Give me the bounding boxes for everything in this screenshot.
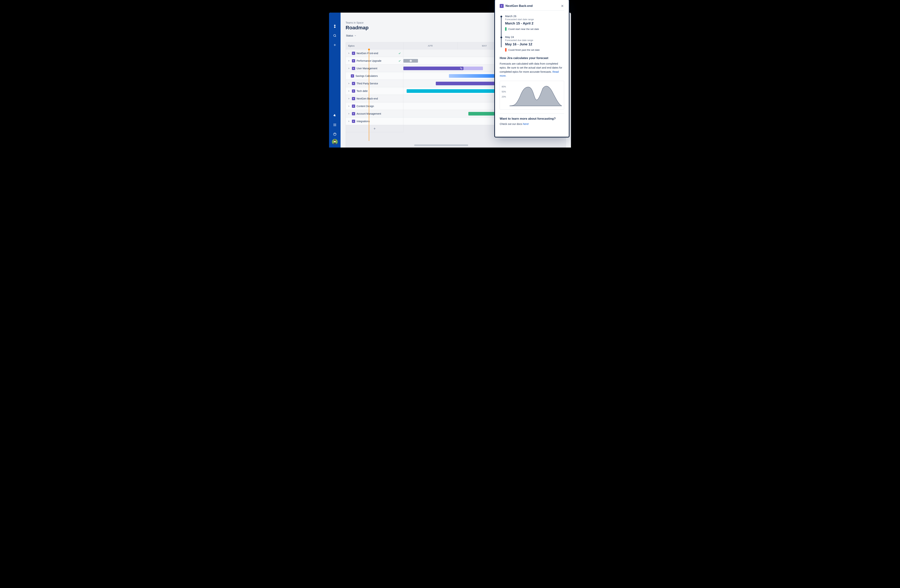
epic-bar[interactable] <box>449 74 501 78</box>
expand-icon[interactable] <box>347 112 351 115</box>
expand-icon[interactable] <box>347 105 351 108</box>
epic-label[interactable]: Third Party Service <box>346 80 403 87</box>
set-start-date: March 26 <box>505 15 564 18</box>
svg-rect-4 <box>334 125 334 125</box>
svg-rect-1 <box>334 124 334 124</box>
help-icon[interactable] <box>331 131 338 138</box>
done-badge-icon <box>410 60 412 62</box>
avatar[interactable] <box>332 139 338 145</box>
epic-bar-forecast[interactable] <box>464 67 483 70</box>
docs-link[interactable]: here! <box>523 122 529 125</box>
epic-name: Savings Calculators <box>355 74 378 77</box>
forecast-panel: NextGen Back-end March 26 Forecasted sta… <box>495 0 569 137</box>
svg-rect-14 <box>460 68 461 68</box>
epic-bar[interactable] <box>403 67 464 70</box>
today-marker <box>369 50 369 141</box>
learn-more-body: Check out our docs here! <box>500 122 564 126</box>
epic-icon <box>352 82 355 85</box>
search-icon[interactable] <box>331 32 338 39</box>
epic-label[interactable]: Account Management <box>346 110 403 117</box>
expand-icon[interactable] <box>347 59 351 62</box>
epic-label[interactable]: Integrations <box>346 118 403 125</box>
epic-label[interactable]: Tech debt <box>346 87 403 94</box>
expand-icon[interactable] <box>347 120 351 123</box>
forecast-start-status: Could start near the set date <box>508 28 539 30</box>
add-epic-button[interactable] <box>346 125 403 132</box>
y-tick: 80% <box>502 84 506 89</box>
forecast-distribution-chart: 80% 50% 20% <box>500 81 564 110</box>
children-icon <box>460 67 462 70</box>
epic-name: Third Party Service <box>357 82 378 85</box>
epic-label[interactable]: Performance Upgrade <box>346 57 403 64</box>
global-sidebar <box>329 12 341 147</box>
forecast-due-status: Could finish past the set date <box>508 49 540 51</box>
done-check-icon <box>398 52 401 55</box>
forecast-start-range: March 15 - April 2 <box>505 22 564 25</box>
svg-rect-2 <box>335 124 335 124</box>
epic-label[interactable]: Savings Calculators <box>346 72 403 79</box>
month-header: APR <box>403 42 458 49</box>
epic-icon <box>500 4 504 8</box>
app-switcher-icon[interactable] <box>331 121 338 128</box>
epic-icon <box>351 74 354 77</box>
close-icon[interactable] <box>560 4 564 8</box>
svg-rect-3 <box>335 124 336 124</box>
epic-icon <box>352 105 355 108</box>
epic-icon <box>352 120 355 123</box>
epic-icon <box>352 59 355 62</box>
epic-icon <box>352 90 355 93</box>
filter-label: Status <box>346 34 353 37</box>
jira-logo-icon[interactable] <box>331 23 338 30</box>
epics-column-header: Epics <box>346 42 403 49</box>
forecast-due-range: May 16 - June 12 <box>505 42 564 46</box>
epic-name: Content Design <box>357 105 374 108</box>
svg-point-0 <box>334 34 336 37</box>
epic-icon <box>352 67 355 70</box>
forecast-label: Forecasted due date range <box>505 39 564 42</box>
plus-icon <box>373 127 376 130</box>
epic-icon <box>352 112 355 115</box>
expand-icon[interactable] <box>347 82 351 85</box>
forecast-due: May 24 Forecasted due date range May 16 … <box>500 36 564 52</box>
svg-rect-5 <box>335 125 335 125</box>
expand-icon[interactable] <box>347 67 351 70</box>
svg-rect-6 <box>335 125 336 125</box>
epic-bar[interactable] <box>403 59 418 63</box>
svg-rect-7 <box>334 125 334 126</box>
svg-rect-15 <box>461 68 462 69</box>
horizontal-scrollbar[interactable] <box>414 144 468 146</box>
chevron-down-icon <box>354 34 356 37</box>
epic-label[interactable]: NextGen Back-end <box>346 95 403 102</box>
epic-label[interactable]: NextGen Front-end <box>346 50 403 57</box>
expand-icon[interactable] <box>347 97 351 100</box>
epic-icon <box>352 52 355 55</box>
rocket-icon[interactable] <box>331 112 338 119</box>
forecast-label: Forecasted start date range <box>505 18 564 21</box>
status-pill-risk <box>505 48 506 52</box>
status-pill-ok <box>505 27 506 31</box>
epic-name: Integrations <box>357 120 370 123</box>
forecast-timeline: March 26 Forecasted start date range Mar… <box>500 15 564 52</box>
epic-name: User Management <box>357 67 377 70</box>
epic-icon <box>352 97 355 100</box>
epic-name: NextGen Back-end <box>357 97 378 100</box>
how-body: Forecasts are calculated with data from … <box>500 62 564 78</box>
epic-name: NextGen Front-end <box>357 52 378 55</box>
divider <box>500 113 564 114</box>
svg-rect-8 <box>335 125 335 126</box>
epic-label[interactable]: Content Design <box>346 102 403 110</box>
status-filter[interactable]: Status <box>346 33 357 38</box>
expand-icon[interactable] <box>347 90 351 93</box>
svg-rect-9 <box>335 125 336 126</box>
panel-title: NextGen Back-end <box>506 4 559 8</box>
y-tick: 50% <box>502 89 506 94</box>
forecast-start: March 26 Forecasted start date range Mar… <box>500 15 564 31</box>
epic-bar[interactable] <box>436 82 504 85</box>
expand-icon[interactable] <box>347 52 351 55</box>
epic-label[interactable]: User Management <box>346 65 403 72</box>
done-check-icon <box>398 59 401 62</box>
epic-name: Tech debt <box>357 90 368 93</box>
learn-more-title: Want to learn more about forecasting? <box>500 117 564 121</box>
create-icon[interactable] <box>331 42 338 49</box>
y-tick: 20% <box>502 94 506 99</box>
